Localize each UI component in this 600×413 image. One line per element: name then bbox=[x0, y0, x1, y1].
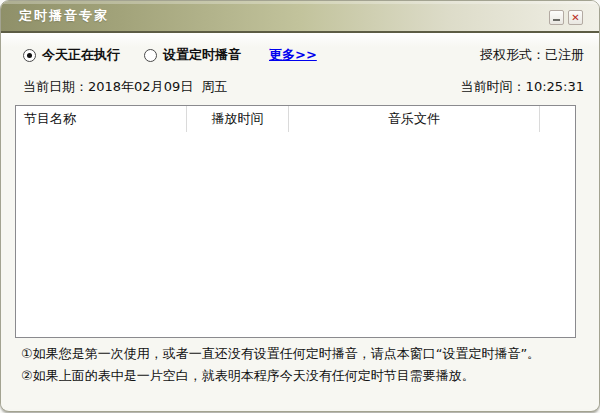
more-link[interactable]: 更多>> bbox=[269, 46, 317, 64]
table-body-empty[interactable] bbox=[16, 132, 575, 337]
close-icon: ✕ bbox=[571, 11, 579, 24]
minimize-button[interactable] bbox=[549, 10, 564, 25]
main-content: 今天正在执行 设置定时播音 更多>> 授权形式：已注册 当前日期：2018年02… bbox=[1, 33, 599, 409]
radio-set-broadcast[interactable]: 设置定时播音 bbox=[144, 46, 241, 64]
date-value: 2018年02月09日 周五 bbox=[88, 79, 227, 94]
license-value: 已注册 bbox=[545, 47, 584, 62]
window-controls: ✕ bbox=[549, 10, 583, 25]
column-header-program-name[interactable]: 节目名称 bbox=[16, 106, 187, 132]
license-label: 授权形式： bbox=[480, 47, 545, 62]
app-window: 定时播音专家 ✕ 今天正在执行 设置定时播音 更多>> 授权形式：已注册 bbox=[0, 0, 600, 412]
mode-row: 今天正在执行 设置定时播音 更多>> 授权形式：已注册 bbox=[23, 46, 584, 64]
window-title: 定时播音专家 bbox=[1, 7, 109, 25]
minimize-icon bbox=[553, 19, 560, 21]
note-line-2: ②如果上面的表中是一片空白，就表明本程序今天没有任何定时节目需要播放。 bbox=[21, 367, 587, 385]
radio-setup-label: 设置定时播音 bbox=[163, 46, 241, 64]
radio-today-running[interactable]: 今天正在执行 bbox=[23, 46, 120, 64]
time-label: 当前时间： bbox=[461, 79, 526, 94]
column-header-music-file[interactable]: 音乐文件 bbox=[289, 106, 540, 132]
close-button[interactable]: ✕ bbox=[568, 10, 583, 25]
schedule-table: 节目名称 播放时间 音乐文件 bbox=[15, 105, 576, 338]
current-time: 当前时间：10:25:31 bbox=[461, 78, 584, 96]
column-header-play-time[interactable]: 播放时间 bbox=[187, 106, 289, 132]
column-header-empty bbox=[540, 106, 575, 132]
radio-today-label: 今天正在执行 bbox=[42, 46, 120, 64]
license-status: 授权形式：已注册 bbox=[480, 46, 584, 64]
title-bar[interactable]: 定时播音专家 ✕ bbox=[1, 1, 599, 31]
radio-selected-icon bbox=[23, 49, 36, 62]
datetime-row: 当前日期：2018年02月09日 周五 当前时间：10:25:31 bbox=[23, 78, 584, 96]
table-header: 节目名称 播放时间 音乐文件 bbox=[16, 106, 575, 132]
radio-unselected-icon bbox=[144, 49, 157, 62]
time-value: 10:25:31 bbox=[526, 79, 584, 94]
date-label: 当前日期： bbox=[23, 79, 88, 94]
current-date: 当前日期：2018年02月09日 周五 bbox=[23, 78, 227, 96]
note-line-1: ①如果您是第一次使用，或者一直还没有设置任何定时播音，请点本窗口“设置定时播音”… bbox=[21, 345, 587, 363]
